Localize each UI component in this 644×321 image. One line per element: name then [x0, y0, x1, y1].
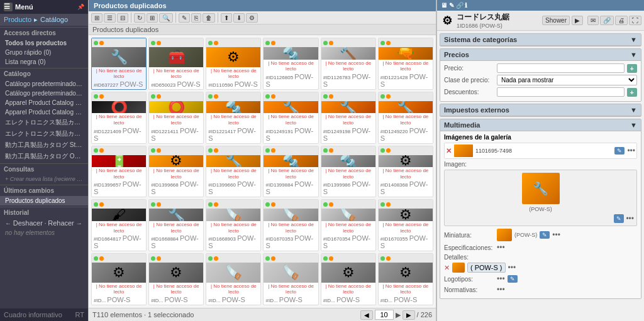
export-btn[interactable]: ⬆ [221, 13, 232, 23]
page-input[interactable] [375, 310, 394, 320]
product-card[interactable]: 🔩 | No tiene acceso de lecto #ID1126805 … [263, 38, 318, 90]
cat-app-o[interactable]: Apparel Product Catalog Online (APP-O) [0, 107, 88, 117]
gallery-edit-btn[interactable]: ✎ [614, 147, 625, 155]
breadcrumb-product[interactable]: Producto [4, 16, 31, 24]
imagen-edit-btn[interactable]: ✎ [614, 214, 624, 223]
precio-add-btn[interactable]: + [627, 64, 637, 73]
grupo-rapido[interactable]: Grupo rápido (0) [0, 48, 88, 57]
gallery-delete-x[interactable]: ✕ [446, 147, 452, 155]
product-card[interactable]: 🧰 | No tiene acceso de lecto #ID650023 P… [148, 38, 204, 90]
sidebar-pin[interactable]: 📌 [77, 4, 84, 10]
crear-consulta[interactable]: + Crear nueva lista (recierre elementos … [0, 175, 88, 183]
cat-app-s[interactable]: Apparel Product Catalog Staged (APP-S) [0, 98, 88, 107]
right-share-btn[interactable]: 🔗 [600, 16, 614, 25]
product-tool-icon: 🔩 [340, 155, 357, 168]
product-card[interactable]: 🪚 | No tiene acceso de lecto #ID1668903 … [206, 199, 261, 251]
right-nav-btn[interactable]: ▶ [572, 16, 583, 25]
right-print-btn[interactable]: 🖨 [615, 16, 628, 25]
product-card[interactable]: 🔧 | No tiene acceso de lecto #ID637227 P… [91, 38, 147, 90]
impuestos-header[interactable]: Impuestos externos ▼ [440, 104, 641, 116]
product-card[interactable]: 🖌 | No tiene acceso de lecto #ID1664817 … [91, 199, 147, 251]
multimedia-header[interactable]: Multimedia ▼ [440, 119, 641, 131]
sistema-categorias-header[interactable]: Sistema de categorías ▼ [440, 34, 641, 46]
product-card[interactable]: 🪚 | No tiene acceso de lecto #ID1670353 … [263, 199, 318, 251]
precios-header[interactable]: Precios ▼ [440, 49, 641, 61]
imagen-more-btn[interactable]: ••• [626, 214, 634, 223]
product-card[interactable]: ⚙ | No tiene acceso de lecto #ID... POW-… [378, 253, 433, 305]
product-card[interactable]: 🪚 | No tiene acceso de lecto #ID... POW-… [263, 253, 318, 305]
gallery-more-btn[interactable]: ••• [627, 146, 635, 155]
product-card[interactable]: ⚙ | No tiene acceso de lecto #ID1399668 … [148, 146, 204, 198]
product-card[interactable]: 🔋 | No tiene acceso de lecto #ID1399657 … [91, 146, 147, 198]
product-card[interactable]: ⚙ | No tiene acceso de lecto #ID1670355 … [378, 199, 433, 251]
product-card[interactable]: 🔧 | No tiene acceso de lecto #ID1249198 … [321, 92, 376, 144]
cat-pow-s[interactable]: 動力工具製品カタログ Staged (POW-S) [0, 139, 88, 151]
product-card[interactable]: ⚙ | No tiene acceso de lecto #ID1408368 … [378, 146, 433, 198]
imagen-preview-area: 🔧 (POW-S) ✎ ••• [444, 170, 637, 226]
breadcrumb-catalog[interactable]: Catálogo [40, 16, 68, 24]
cat-def-s[interactable]: Catálogo predeterminado Staged (DEF-S) [0, 79, 88, 89]
delete-btn[interactable]: 🗑 [203, 13, 215, 23]
normativas-more-btn[interactable]: ••• [497, 285, 505, 294]
precio-input[interactable] [497, 63, 625, 73]
cat-pow-o[interactable]: 動力工具製品カタログ Online (POW-O) [0, 151, 88, 162]
right-expand-btn[interactable]: ⛶ [629, 16, 641, 25]
product-image: 🔩 [206, 101, 260, 114]
miniatura-more-btn[interactable]: ••• [552, 231, 560, 239]
cat-ele-o[interactable]: エレクトロニクス製品カタログ Online (ELE-O) [0, 128, 88, 139]
productos-duplicados-nav[interactable]: Productos duplicados [0, 196, 88, 205]
todos-productos[interactable]: Todos los productos [0, 38, 88, 48]
page-prev-btn[interactable]: ◀ [360, 310, 373, 320]
product-card[interactable]: 🔩 | No tiene acceso de lecto #ID1399884 … [263, 146, 318, 198]
status-orange [214, 94, 218, 99]
descuentos-input[interactable] [497, 87, 625, 97]
product-card[interactable]: 🪚 | No tiene acceso de lecto #ID... POW-… [206, 253, 261, 305]
search-btn[interactable]: 🔍 [159, 13, 173, 23]
miniatura-row: Miniatura: (POW-S) ✎ ••• [444, 229, 637, 241]
import-btn[interactable]: ⬇ [233, 13, 245, 23]
miniatura-edit-btn[interactable]: ✎ [540, 231, 550, 239]
product-card[interactable]: 🔩 | No tiene acceso de lecto #ID1221417 … [206, 92, 261, 144]
product-card[interactable]: 🔩 | No tiene acceso de lecto #ID1399986 … [321, 146, 376, 198]
product-card[interactable]: 🔧 | No tiene acceso de lecto #ID1668884 … [148, 199, 204, 251]
detalles-chip-x[interactable]: ✕ [444, 264, 450, 272]
lista-negra[interactable]: Lista negra (0) [0, 57, 88, 67]
cat-ele-s[interactable]: エレクトロニクス製品カタログ Staged (ELE-S) [0, 117, 88, 128]
deshacer-btn[interactable]: ← Deshacer · Rehacer → [0, 218, 88, 228]
product-card[interactable]: ⚙ | No tiene acceso de lecto #ID... POW-… [148, 253, 204, 305]
product-card[interactable]: 🔧 | No tiene acceso de lecto #ID1399660 … [206, 146, 261, 198]
view-list-btn[interactable]: ☰ [104, 13, 116, 23]
page-next-btn[interactable]: ▶ [402, 310, 415, 320]
product-card[interactable]: ⚙ | No tiene acceso de lecto #ID... POW-… [91, 253, 147, 305]
refresh-btn[interactable]: ↻ [134, 13, 145, 23]
product-card[interactable]: ⭕ | No tiene acceso de lecto #ID1221411 … [148, 92, 204, 144]
product-card[interactable]: 🔫 | No tiene acceso de lecto #ID1221428 … [378, 38, 433, 90]
view-table-btn[interactable]: ⊟ [117, 13, 128, 23]
view-grid-btn[interactable]: ⊞ [91, 13, 103, 23]
cat-def-o[interactable]: Catálogo predeterminado Online (DEF-O) [0, 89, 88, 98]
card-header [149, 146, 203, 155]
product-tool-icon: 🔧 [168, 209, 185, 221]
status-green [94, 148, 98, 153]
clase-precio-select[interactable]: Nada para mostrar [497, 75, 637, 85]
product-card[interactable]: 🔨 | No tiene acceso de lecto #ID1126783 … [321, 38, 376, 90]
product-card[interactable]: 🔧 | No tiene acceso de lecto #ID1249220 … [378, 92, 433, 144]
product-card[interactable]: 🔧 | No tiene acceso de lecto #ID1249191 … [263, 92, 318, 144]
product-card[interactable]: ⚙ | No tiene acceso de lecto #ID110590 P… [206, 38, 261, 90]
product-title: コードレス丸鋸 [457, 12, 540, 23]
settings-btn[interactable]: ⚙ [246, 13, 258, 23]
descuentos-add-btn[interactable]: + [627, 88, 637, 97]
copy-btn[interactable]: ⎘ [191, 13, 201, 23]
especificaciones-more-btn[interactable]: ••• [497, 243, 505, 252]
product-card[interactable]: ⚙ | No tiene acceso de lecto #ID... POW-… [321, 253, 376, 305]
product-card[interactable]: ⭕ | No tiene acceso de lecto #ID1221409 … [91, 92, 147, 144]
show-btn[interactable]: Shower [542, 16, 570, 25]
edit-btn[interactable]: ✎ [179, 13, 190, 23]
product-card[interactable]: 🪚 | No tiene acceso de lecto #ID1670354 … [321, 199, 376, 251]
right-mail-btn[interactable]: ✉ [587, 16, 599, 25]
product-access-label: | No tiene acceso de lecto [379, 167, 433, 180]
filter-btn[interactable]: ⊞ [147, 13, 158, 23]
detalles-more-btn[interactable]: ••• [508, 263, 516, 272]
logotipos-edit-btn[interactable]: ✎ [508, 275, 518, 283]
logotipos-more-btn[interactable]: ••• [497, 275, 505, 283]
